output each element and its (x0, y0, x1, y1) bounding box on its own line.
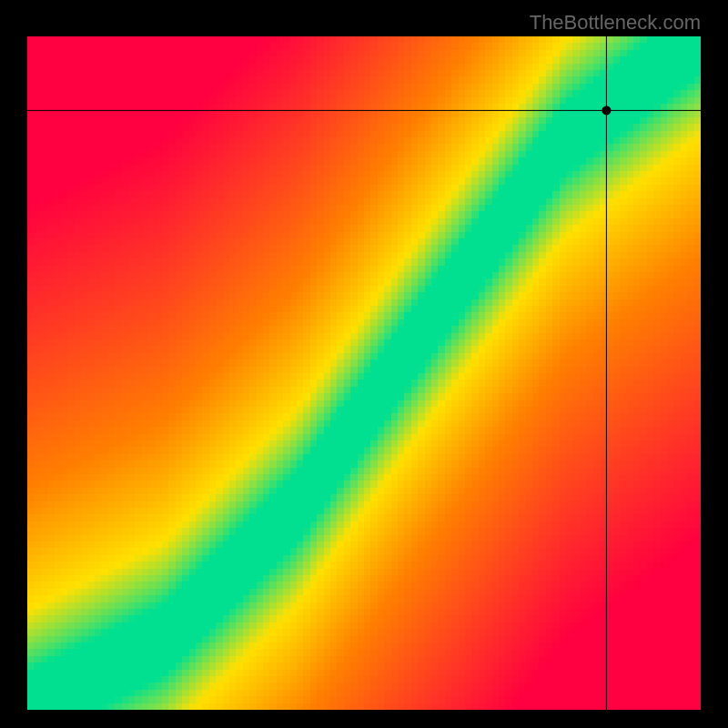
site-watermark: TheBottleneck.com (530, 11, 701, 35)
chart-container: TheBottleneck.com (0, 0, 728, 728)
heatmap-canvas (27, 36, 701, 710)
heatmap-area (27, 36, 701, 710)
